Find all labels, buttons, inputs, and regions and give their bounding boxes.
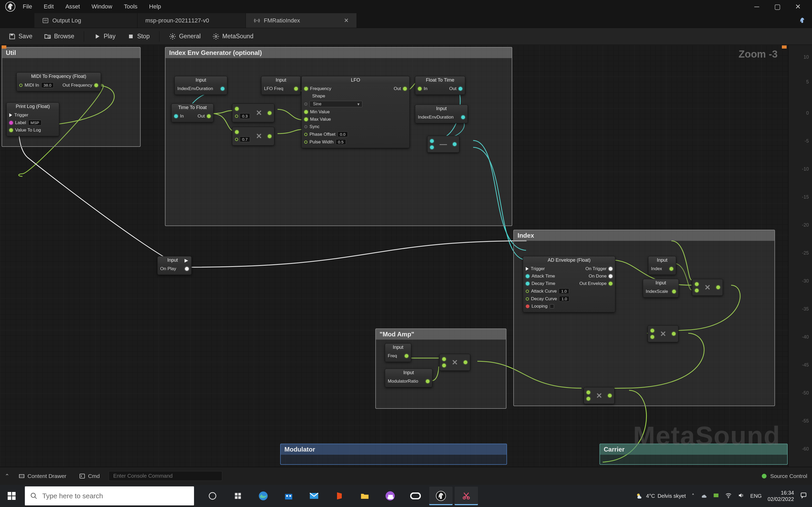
- pin-out[interactable]: [268, 134, 271, 138]
- node-float-to-time[interactable]: Float To Time In Out: [415, 76, 465, 95]
- stop-button[interactable]: Stop: [122, 31, 154, 42]
- menu-window[interactable]: Window: [86, 2, 118, 12]
- checkbox-looping[interactable]: [550, 304, 554, 308]
- menu-asset[interactable]: Asset: [59, 2, 86, 12]
- pin-in[interactable]: [304, 125, 307, 128]
- value-input[interactable]: 1.0: [559, 288, 569, 294]
- tab-level[interactable]: msp-proun-20211127-v0: [138, 13, 246, 28]
- browse-button[interactable]: Browse: [39, 31, 79, 42]
- taskbar-explorer-icon[interactable]: [353, 487, 376, 505]
- tray-nvidia-icon[interactable]: [713, 492, 719, 500]
- pin-out[interactable]: [268, 111, 271, 115]
- shape-dropdown[interactable]: Sine: [309, 101, 362, 107]
- taskbar-store-icon[interactable]: [277, 487, 300, 505]
- menu-help[interactable]: Help: [143, 2, 167, 12]
- pin-in[interactable]: [304, 110, 308, 114]
- pin-in[interactable]: [9, 121, 13, 125]
- pin-out[interactable]: [461, 115, 465, 119]
- app-logo[interactable]: [4, 0, 17, 13]
- node-input-indexenvduration[interactable]: Input IndexEnvDuration: [174, 76, 227, 95]
- node-subtract[interactable]: —: [427, 136, 459, 153]
- pin-out[interactable]: [609, 267, 612, 271]
- taskbar-edge-icon[interactable]: [252, 487, 275, 505]
- save-button[interactable]: Save: [4, 31, 37, 42]
- pin-out[interactable]: [672, 332, 676, 336]
- taskbar-snip-icon[interactable]: [455, 487, 478, 505]
- tray-notifications-icon[interactable]: [800, 492, 807, 500]
- pin-out[interactable]: [608, 394, 612, 397]
- pin-out[interactable]: [94, 83, 98, 87]
- pin-out[interactable]: [221, 87, 224, 91]
- comment-modulator[interactable]: Modulator: [280, 444, 507, 465]
- pin-in[interactable]: [526, 290, 529, 293]
- pin-in[interactable]: [304, 103, 307, 106]
- node-multiply[interactable]: ✕: [583, 387, 615, 404]
- node-input-index[interactable]: Input Index: [648, 256, 676, 275]
- weather-icon[interactable]: 4°C Delvis skyet: [636, 492, 686, 500]
- node-input-modulatorratio[interactable]: Input ModulatorRatio: [385, 369, 433, 387]
- console-input[interactable]: [109, 471, 222, 481]
- node-input-onplay[interactable]: Input ▶ On Play: [157, 256, 192, 275]
- node-input-indexscale[interactable]: Input IndexScale: [643, 279, 679, 298]
- pin-in[interactable]: [430, 139, 434, 143]
- pin-out[interactable]: [453, 142, 456, 146]
- window-close[interactable]: ✕: [788, 1, 808, 12]
- pin-out[interactable]: [609, 274, 612, 278]
- tab-output-log[interactable]: Output Log: [34, 13, 138, 28]
- node-print-log[interactable]: Print Log (Float) Trigger LabelMSP Value…: [6, 103, 59, 136]
- menu-tools[interactable]: Tools: [118, 2, 143, 12]
- value-input[interactable]: 0.7: [240, 136, 250, 142]
- value-input[interactable]: 1.0: [559, 296, 569, 301]
- tray-network-icon[interactable]: [725, 492, 732, 500]
- node-input-freq[interactable]: Input Freq: [385, 343, 411, 362]
- pin-out[interactable]: [464, 360, 467, 364]
- node-multiply[interactable]: ✕: [692, 279, 723, 296]
- pin-in[interactable]: [526, 282, 529, 285]
- node-lfo[interactable]: LFO Frequency Out Shape Sine Min Value M…: [301, 76, 410, 148]
- node-midi-to-frequency[interactable]: MIDI To Frequency (Float) MIDI In38.0 Ou…: [16, 72, 101, 91]
- taskbar-search[interactable]: Type here to search: [25, 487, 194, 505]
- pin-in[interactable]: [235, 107, 239, 111]
- pin-out[interactable]: [405, 354, 408, 358]
- value-input[interactable]: 0.0: [338, 131, 348, 137]
- pin-in[interactable]: [19, 84, 22, 87]
- pin-out[interactable]: [716, 285, 720, 289]
- pin-in[interactable]: [651, 329, 654, 332]
- taskbar-mail-icon[interactable]: [302, 487, 326, 505]
- start-button[interactable]: [0, 485, 23, 507]
- content-drawer-button[interactable]: Content Drawer: [15, 471, 70, 481]
- play-button[interactable]: Play: [89, 31, 120, 42]
- pin-in[interactable]: [526, 304, 529, 308]
- tray-language[interactable]: ENG: [750, 493, 762, 499]
- pin-in[interactable]: [9, 128, 13, 132]
- node-multiply[interactable]: 0.7 ✕: [232, 127, 274, 146]
- value-input[interactable]: 0.3: [240, 113, 250, 119]
- tray-clock[interactable]: 16:34 02/02/2022: [768, 490, 794, 502]
- pin-exec-in[interactable]: [9, 113, 12, 117]
- source-control-button[interactable]: Source Control: [770, 473, 807, 479]
- pin-out[interactable]: [426, 380, 429, 383]
- pin-in[interactable]: [695, 289, 699, 292]
- node-multiply[interactable]: ✕: [439, 354, 470, 371]
- pin-in[interactable]: [304, 117, 308, 121]
- pin-in[interactable]: [304, 140, 307, 144]
- taskbar-cortana-icon[interactable]: [226, 487, 250, 505]
- pin-in[interactable]: [235, 138, 238, 141]
- menu-edit[interactable]: Edit: [38, 2, 59, 12]
- taskbar-office-icon[interactable]: [328, 487, 351, 505]
- pin-out[interactable]: [669, 267, 673, 271]
- pin-in[interactable]: [587, 391, 590, 394]
- pin-in[interactable]: [174, 114, 178, 118]
- pin-out[interactable]: [207, 114, 211, 118]
- general-button[interactable]: General: [164, 31, 205, 42]
- pin-in[interactable]: [526, 297, 529, 300]
- node-multiply[interactable]: 0.3 ✕: [232, 104, 274, 122]
- node-input-indexenvduration-2[interactable]: Input IndexEnvDuration: [415, 105, 468, 123]
- menu-file[interactable]: File: [17, 2, 38, 12]
- pin-out[interactable]: [609, 282, 612, 285]
- node-ad-envelope[interactable]: AD Envelope (Float) TriggerOn Trigger At…: [523, 256, 615, 313]
- pin-out[interactable]: [672, 290, 676, 293]
- taskbar-oculus-icon[interactable]: [404, 487, 427, 505]
- pin-in[interactable]: [442, 357, 446, 361]
- pin-in[interactable]: [695, 282, 699, 286]
